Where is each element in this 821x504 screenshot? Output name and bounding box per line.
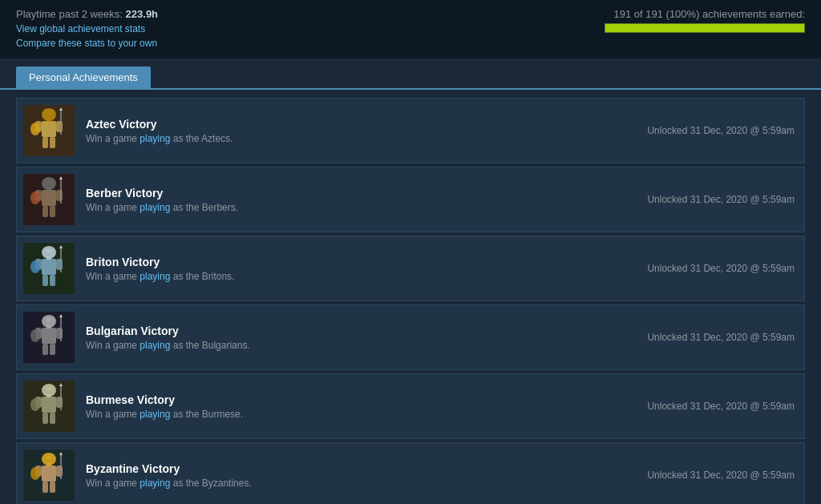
achievement-title: Byzantine Victory — [86, 462, 631, 475]
achievement-icon-bulgarian — [23, 312, 75, 363]
svg-rect-1 — [47, 111, 51, 115]
achievement-unlock-date: Unlocked 31 Dec, 2020 @ 5:59am — [631, 263, 795, 274]
svg-rect-12 — [47, 180, 51, 183]
svg-rect-17 — [60, 179, 62, 204]
svg-rect-41 — [42, 344, 48, 355]
svg-rect-23 — [47, 249, 51, 252]
achievements-list: Aztec Victory Win a game playing as the … — [0, 90, 821, 504]
svg-rect-56 — [47, 456, 51, 459]
svg-marker-51 — [59, 383, 63, 386]
svg-point-16 — [30, 192, 40, 204]
svg-rect-8 — [42, 137, 48, 148]
svg-rect-21 — [47, 187, 51, 191]
achievement-desc: Win a game playing as the Bulgarians. — [86, 340, 631, 351]
svg-marker-18 — [59, 176, 63, 179]
achievement-desc: Win a game playing as the Byzantines. — [86, 478, 631, 489]
svg-marker-62 — [59, 452, 63, 455]
personal-achievements-tab[interactable]: Personal Achievements — [16, 67, 151, 88]
svg-rect-10 — [47, 119, 51, 122]
achievement-row: Aztec Victory Win a game playing as the … — [16, 98, 805, 163]
achievement-info: Bulgarian Victory Win a game playing as … — [86, 325, 631, 351]
svg-rect-53 — [50, 413, 55, 424]
achievement-info: Berber Victory Win a game playing as the… — [86, 187, 631, 213]
achievement-desc-highlight: playing — [140, 409, 170, 420]
svg-rect-42 — [50, 344, 55, 355]
svg-rect-52 — [42, 413, 48, 424]
progress-bar-fill — [605, 24, 804, 32]
view-global-stats-link[interactable]: View global achievement stats — [16, 23, 158, 34]
svg-rect-46 — [42, 397, 56, 413]
stats-left: Playtime past 2 weeks: 223.9h View globa… — [16, 8, 158, 49]
achievement-icon-aztec — [23, 105, 75, 156]
achievement-desc-highlight: playing — [140, 340, 170, 351]
achievement-desc-highlight: playing — [140, 478, 170, 489]
stats-right: 191 of 191 (100%) achievements earned: — [605, 8, 805, 33]
achievement-title: Berber Victory — [86, 187, 631, 200]
playtime-value: 223.9h — [126, 8, 158, 20]
achievement-desc-highlight: playing — [140, 133, 170, 144]
achievement-info: Byzantine Victory Win a game playing as … — [86, 462, 631, 489]
svg-rect-54 — [47, 394, 51, 397]
achievements-count: 191 of 191 (100%) achievements earned: — [614, 8, 806, 20]
achievement-row: Bulgarian Victory Win a game playing as … — [16, 304, 805, 370]
svg-rect-50 — [60, 386, 62, 410]
svg-rect-35 — [42, 328, 56, 344]
svg-marker-29 — [59, 245, 63, 248]
achievement-row: Byzantine Victory Win a game playing as … — [16, 442, 805, 504]
svg-rect-28 — [60, 248, 62, 272]
achievement-unlock-date: Unlocked 31 Dec, 2020 @ 5:59am — [631, 470, 795, 481]
svg-point-27 — [30, 260, 40, 273]
achievement-desc: Win a game playing as the Berbers. — [86, 202, 631, 213]
svg-rect-6 — [60, 111, 62, 135]
svg-rect-65 — [47, 463, 51, 466]
svg-rect-57 — [42, 466, 56, 482]
svg-marker-40 — [59, 314, 63, 317]
achievement-desc-highlight: playing — [140, 271, 170, 282]
achievement-unlock-date: Unlocked 31 Dec, 2020 @ 5:59am — [631, 194, 795, 205]
playtime-line: Playtime past 2 weeks: 223.9h — [16, 8, 158, 20]
svg-rect-2 — [42, 121, 56, 137]
svg-rect-32 — [47, 256, 51, 260]
achievement-title: Burmese Victory — [86, 393, 631, 406]
achievement-info: Burmese Victory Win a game playing as th… — [86, 393, 631, 420]
achievement-desc-highlight: playing — [140, 202, 170, 213]
achievement-unlock-date: Unlocked 31 Dec, 2020 @ 5:59am — [631, 332, 795, 343]
achievement-icon-briton — [23, 243, 75, 294]
achievement-info: Aztec Victory Win a game playing as the … — [86, 118, 631, 144]
achievement-icon-burmese — [23, 381, 75, 432]
achievement-unlock-date: Unlocked 31 Dec, 2020 @ 5:59am — [631, 125, 795, 136]
svg-rect-64 — [50, 482, 55, 493]
stats-bar: Playtime past 2 weeks: 223.9h View globa… — [0, 0, 821, 58]
svg-rect-45 — [47, 387, 51, 390]
achievement-title: Aztec Victory — [86, 118, 631, 131]
svg-rect-63 — [42, 482, 48, 493]
svg-rect-43 — [47, 325, 51, 329]
svg-rect-61 — [60, 455, 62, 479]
svg-rect-9 — [50, 137, 55, 148]
achievement-row: Burmese Victory Win a game playing as th… — [16, 373, 805, 439]
svg-rect-13 — [42, 190, 56, 206]
svg-point-38 — [30, 329, 40, 342]
svg-rect-24 — [42, 259, 56, 275]
progress-bar-container — [605, 23, 805, 33]
achievement-desc: Win a game playing as the Aztecs. — [86, 133, 631, 144]
svg-point-5 — [30, 123, 40, 135]
svg-marker-7 — [59, 107, 63, 111]
compare-stats-link[interactable]: Compare these stats to your own — [16, 38, 158, 49]
svg-rect-34 — [47, 318, 51, 321]
achievement-row: Briton Victory Win a game playing as the… — [16, 236, 805, 301]
svg-point-49 — [30, 398, 40, 411]
achievement-title: Bulgarian Victory — [86, 325, 631, 337]
svg-rect-19 — [42, 206, 48, 217]
achievement-info: Briton Victory Win a game playing as the… — [86, 256, 631, 282]
svg-rect-30 — [42, 275, 48, 286]
playtime-label: Playtime past 2 weeks: — [16, 8, 123, 20]
svg-point-60 — [30, 467, 40, 480]
achievement-title: Briton Victory — [86, 256, 631, 268]
achievement-icon-berber — [23, 174, 75, 225]
achievement-row: Berber Victory Win a game playing as the… — [16, 167, 805, 232]
svg-rect-31 — [50, 275, 55, 286]
svg-rect-39 — [60, 317, 62, 341]
achievement-icon-byzantine — [23, 450, 75, 501]
achievement-unlock-date: Unlocked 31 Dec, 2020 @ 5:59am — [631, 401, 795, 412]
